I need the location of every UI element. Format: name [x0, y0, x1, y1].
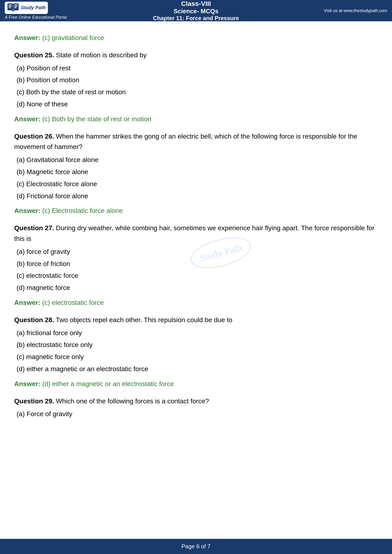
q28-option-c: (c) magnetic force only — [17, 352, 378, 362]
question-29-number: Question 29. — [14, 397, 54, 405]
answer-25-text: (c) Both by the state of rest or motion — [42, 115, 151, 123]
answer-28-text: (d) either a magnetic or an electrostati… — [42, 380, 174, 388]
question-28-block: Question 28. Two objects repel each othe… — [14, 315, 378, 374]
question-28-body: Two objects repel each other. This repul… — [54, 316, 232, 324]
answer-26-label: Answer: — [14, 207, 40, 214]
header-right: Visit us at www.thestudypath.com — [316, 8, 387, 13]
answer-28-label: Answer: — [14, 380, 40, 388]
page-footer: Page 6 of 7 — [0, 539, 392, 554]
answer-24: Answer: (c) gravitational force — [14, 33, 378, 43]
q27-option-a: (a) force of gravity — [17, 247, 378, 257]
q26-option-b: (b) Magnetic force alone — [17, 167, 378, 177]
question-28-text: Question 28. Two objects repel each othe… — [14, 315, 378, 325]
answer-27-text: (c) electrostatic force — [42, 299, 104, 306]
svg-rect-5 — [14, 5, 18, 5]
q27-option-d: (d) magnetic force — [17, 283, 378, 293]
question-26-body: When the hammer strikes the gong of an e… — [14, 133, 357, 151]
q25-option-a: (a) Position of rest — [17, 63, 378, 74]
answer-26-text: (c) Electrostatic force alone — [42, 207, 123, 214]
logo-area: Study Path A Free Online Educational Por… — [5, 2, 76, 20]
question-29-text: Question 29. Which one of the following … — [14, 396, 378, 407]
logo-subtitle: A Free Online Educational Portal — [5, 15, 67, 20]
svg-rect-3 — [8, 6, 12, 7]
answer-24-label: Answer: — [14, 34, 40, 42]
question-27-text: Question 27. During dry weather, while c… — [14, 223, 378, 244]
book-icon — [7, 3, 19, 13]
answer-27-label: Answer: — [14, 299, 40, 306]
q27-option-b: (b) force of friction — [17, 259, 378, 269]
question-26-text: Question 26. When the hammer strikes the… — [14, 131, 378, 152]
page-number: Page 6 of 7 — [182, 543, 211, 549]
question-28-number: Question 28. — [14, 316, 54, 324]
answer-25-label: Answer: — [14, 115, 40, 123]
svg-point-8 — [12, 10, 14, 12]
q26-option-a: (a) Gravitational force alone — [17, 155, 378, 165]
question-25-body: State of motion is described by — [54, 51, 147, 59]
svg-rect-7 — [14, 7, 17, 8]
svg-rect-6 — [14, 6, 18, 7]
answer-28: Answer: (d) either a magnetic or an elec… — [14, 379, 378, 389]
q28-option-b: (b) electrostatic force only — [17, 340, 378, 350]
logo-text: Study Path — [21, 5, 46, 10]
visit-text: Visit us at www.thestudypath.com — [324, 8, 387, 13]
q25-option-b: (b) Position of motion — [17, 75, 378, 85]
chapter-title: Chapter 11: Force and Pressure — [76, 15, 316, 21]
svg-rect-2 — [8, 5, 12, 5]
question-25-block: Question 25. State of motion is describe… — [14, 50, 378, 110]
header-center: Class-VIII Science- MCQs Chapter 11: For… — [76, 0, 316, 21]
question-27-body: During dry weather, while combing hair, … — [14, 224, 374, 242]
question-29-block: Question 29. Which one of the following … — [14, 396, 378, 420]
svg-rect-4 — [8, 7, 11, 8]
q28-option-d: (d) either a magnetic or an electrostati… — [17, 364, 378, 374]
question-26-block: Question 26. When the hammer strikes the… — [14, 131, 378, 201]
q25-option-c: (c) Both by the state of rest or motion — [17, 87, 378, 97]
page-header: Study Path A Free Online Educational Por… — [0, 0, 392, 21]
q26-option-d: (d) Frictional force alone — [17, 191, 378, 201]
q25-option-d: (d) None of these — [17, 99, 378, 110]
question-25-text: Question 25. State of motion is describe… — [14, 50, 378, 61]
answer-26: Answer: (c) Electrostatic force alone — [14, 206, 378, 216]
answer-25: Answer: (c) Both by the state of rest or… — [14, 114, 378, 125]
class-title: Class-VIII — [76, 0, 316, 7]
answer-27: Answer: (c) electrostatic force — [14, 298, 378, 308]
question-25-number: Question 25. — [14, 51, 54, 59]
question-29-body: Which one of the following forces is a c… — [54, 397, 209, 405]
question-27-block: Question 27. During dry weather, while c… — [14, 223, 378, 293]
subject-title: Science- MCQs — [76, 7, 316, 15]
answer-24-text: (c) gravitational force — [42, 34, 104, 42]
question-27-number: Question 27. — [14, 224, 54, 232]
q26-option-c: (c) Electrostatic force alone — [17, 179, 378, 189]
main-content: Answer: (c) gravitational force Question… — [0, 21, 392, 429]
q27-option-c: (c) electrostatic force — [17, 270, 378, 281]
q29-option-a: (a) Force of gravity — [17, 409, 378, 419]
question-26-number: Question 26. — [14, 133, 54, 140]
q28-option-a: (a) frictional force only — [17, 328, 378, 339]
logo-box: Study Path — [5, 2, 48, 14]
